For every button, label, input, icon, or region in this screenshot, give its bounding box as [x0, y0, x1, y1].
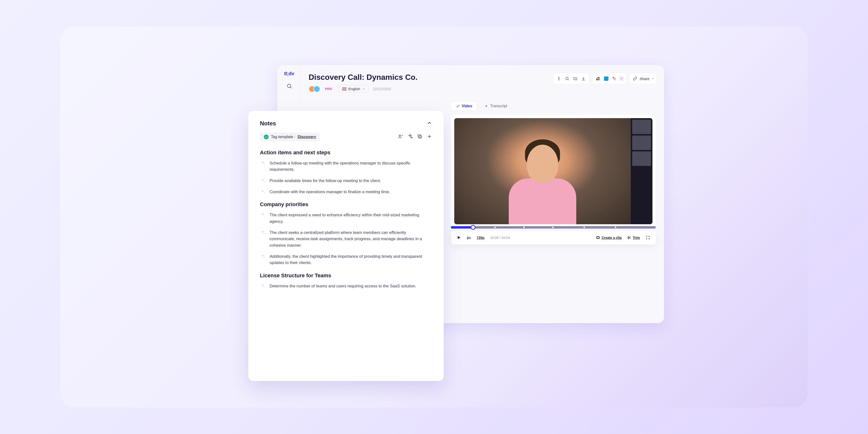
timecode: 10:00 / 44:04 — [490, 236, 510, 240]
brand-logo[interactable]: tl;dv — [284, 71, 294, 76]
ai-sparkle-icon — [260, 161, 265, 166]
background-card: tl;dv Discovery Call: Dynamics Co. PRO E… — [60, 27, 808, 407]
svg-point-14 — [628, 238, 629, 239]
participant-thumb[interactable] — [632, 135, 651, 150]
svg-point-3 — [559, 80, 559, 80]
video-player-card — [451, 115, 656, 227]
progress-marker[interactable] — [584, 227, 585, 228]
ai-sparkle-icon — [260, 230, 265, 235]
ai-sparkle-icon — [260, 254, 265, 259]
note-text: Coordinate with the operations manager t… — [270, 189, 390, 195]
fullscreen-button[interactable] — [646, 235, 650, 240]
participant-thumb[interactable] — [632, 151, 651, 166]
ai-sparkle-icon[interactable] — [407, 134, 413, 140]
tag-template-chip[interactable]: Tag template · Discovery — [260, 133, 320, 141]
svg-rect-17 — [418, 135, 421, 137]
svg-point-0 — [287, 84, 291, 88]
note-item[interactable]: Coordinate with the operations manager t… — [260, 189, 432, 195]
tab-video[interactable]: Video — [451, 101, 477, 111]
notes-title: Notes — [260, 120, 276, 127]
svg-point-4 — [566, 77, 568, 80]
progress-marker[interactable] — [494, 227, 496, 228]
add-note-button[interactable] — [427, 134, 432, 140]
ai-sparkle-icon — [260, 212, 265, 218]
video-frame[interactable] — [454, 118, 652, 224]
notes-body: Action items and next stepsSchedule a fo… — [260, 150, 432, 289]
chevron-down-icon — [362, 87, 366, 91]
pro-badge: PRO — [322, 86, 335, 92]
chevron-down-icon — [651, 77, 655, 80]
search-button[interactable] — [563, 75, 571, 82]
scissors-icon — [627, 236, 631, 240]
ai-sparkle-icon — [260, 283, 265, 289]
link-icon[interactable] — [631, 75, 639, 82]
ai-sparkle-icon — [260, 178, 265, 184]
sidebar: tl;dv — [277, 65, 301, 104]
progress-handle[interactable] — [471, 225, 475, 230]
video-controls: 2× 720p 10:00 / 44:04 Create a clip Trim — [451, 231, 656, 245]
salesforce-icon[interactable] — [602, 75, 610, 82]
language-label: English — [348, 87, 360, 91]
note-item[interactable]: Provide available times for the follow-u… — [260, 178, 432, 184]
add-integration-button[interactable]: + — [619, 76, 624, 81]
participant-thumb[interactable] — [632, 120, 651, 134]
note-text: The client expressed a need to enhance e… — [270, 212, 432, 225]
share-button[interactable]: Share — [640, 77, 655, 81]
svg-rect-6 — [597, 77, 599, 78]
svg-point-13 — [628, 237, 629, 238]
svg-rect-7 — [599, 79, 599, 80]
flag-icon — [342, 88, 346, 90]
note-item[interactable]: Additionally, the client highlighted the… — [260, 253, 432, 266]
play-button[interactable] — [457, 235, 461, 240]
avatar — [313, 86, 320, 92]
trim-button[interactable]: Trim — [627, 236, 640, 240]
tag-template-label: Tag template · — [271, 135, 296, 139]
notes-panel: Notes Tag template · Discovery Action it… — [248, 111, 444, 381]
note-item[interactable]: The client expressed a need to enhance e… — [260, 212, 432, 225]
folder-add-button[interactable] — [572, 75, 579, 82]
check-circle-icon — [264, 134, 269, 140]
note-text: Additionally, the client highlighted the… — [270, 253, 432, 266]
note-text: Provide available times for the follow-u… — [270, 178, 381, 184]
create-clip-button[interactable]: Create a clip — [596, 236, 622, 240]
collapse-notes-button[interactable] — [427, 120, 432, 127]
plus-icon — [485, 104, 488, 108]
clip-icon — [596, 236, 600, 240]
hubspot-icon[interactable] — [611, 75, 618, 82]
playback-speed[interactable]: 2× — [467, 236, 471, 240]
svg-point-1 — [559, 77, 559, 78]
note-text: Determine the number of teams and users … — [270, 283, 416, 289]
video-main-feed — [454, 118, 631, 224]
notes-section-heading: Company priorities — [260, 201, 432, 208]
note-item[interactable]: Determine the number of teams and users … — [260, 283, 432, 289]
progress-marker[interactable] — [552, 227, 554, 228]
language-select[interactable]: English — [339, 85, 369, 93]
note-item[interactable]: Schedule a follow-up meeting with the op… — [260, 160, 432, 173]
video-progress-bar[interactable] — [451, 226, 656, 228]
share-people-icon[interactable] — [398, 134, 403, 140]
page-title: Discovery Call: Dynamics Co. — [309, 73, 417, 82]
more-menu-button[interactable] — [555, 75, 562, 82]
search-icon[interactable] — [286, 83, 292, 90]
progress-marker[interactable] — [615, 227, 616, 228]
content-tabs: Video Transcript — [451, 101, 512, 111]
participant-avatars[interactable] — [309, 86, 318, 92]
svg-rect-16 — [419, 135, 422, 138]
tag-template-name: Discovery — [298, 135, 316, 139]
ai-sparkle-icon — [260, 189, 265, 194]
tab-transcript[interactable]: Transcript — [479, 101, 512, 111]
copy-icon[interactable] — [417, 134, 423, 140]
download-button[interactable] — [580, 75, 587, 82]
note-item[interactable]: The client seeks a centralized platform … — [260, 229, 432, 249]
page-header: Discovery Call: Dynamics Co. PRO English… — [309, 73, 657, 93]
slack-icon[interactable] — [594, 75, 601, 82]
svg-point-10 — [613, 77, 614, 78]
progress-fill — [451, 226, 472, 228]
progress-marker[interactable] — [523, 227, 525, 228]
video-quality[interactable]: 720p — [477, 236, 485, 240]
svg-point-15 — [399, 135, 401, 136]
video-participant-strip — [631, 118, 652, 224]
notes-section-heading: Action items and next steps — [260, 150, 432, 156]
check-icon — [456, 104, 460, 108]
svg-rect-8 — [596, 79, 598, 80]
